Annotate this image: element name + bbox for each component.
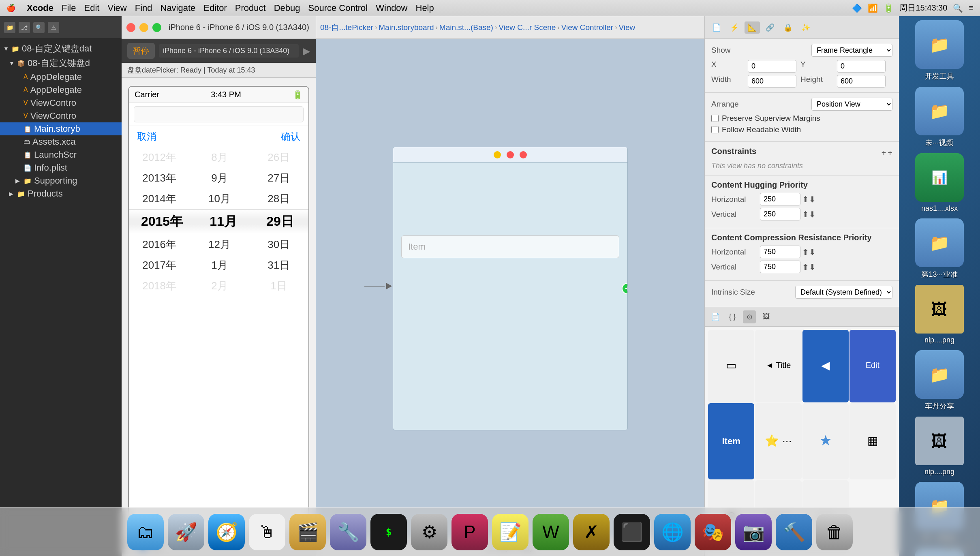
objlib-tab-objects[interactable]: ⊙ bbox=[743, 310, 756, 323]
y-input[interactable] bbox=[837, 60, 886, 73]
date-picker[interactable]: 2012年 8月 26日 2013年 9月 27日 2014年 10月 28日 bbox=[129, 147, 308, 531]
dock-item-p[interactable]: P bbox=[451, 514, 488, 550]
tree-item-appdelegate1[interactable]: A AppDelegate bbox=[0, 71, 122, 83]
inspector-tab-file[interactable]: 📄 bbox=[709, 21, 724, 34]
dock-item-settings[interactable]: ⚙ bbox=[411, 514, 447, 550]
menu-view[interactable]: View bbox=[107, 3, 126, 13]
desktop-icon-devtools[interactable]: 📁 开发工具 bbox=[902, 20, 977, 81]
objlib-navbar[interactable]: ▭ bbox=[708, 330, 754, 402]
compression-v-stepper[interactable]: ⬆⬇ bbox=[802, 262, 816, 272]
objlib-edit[interactable]: Edit bbox=[849, 330, 896, 402]
x-input[interactable] bbox=[748, 60, 796, 73]
storyboard-content[interactable]: Item + bbox=[316, 39, 704, 538]
breadcrumb-1[interactable]: 08-自...tePicker bbox=[320, 22, 373, 33]
menu-navigate[interactable]: Navigate bbox=[160, 3, 196, 13]
width-input[interactable] bbox=[748, 75, 796, 88]
dock-item-finder[interactable]: 🗂 bbox=[127, 514, 164, 550]
objlib-list[interactable]: ▦ bbox=[849, 403, 896, 479]
search-sidebar-icon[interactable]: 🔍 bbox=[33, 22, 45, 33]
menu-help[interactable]: Help bbox=[416, 3, 434, 13]
tree-item-products[interactable]: ▶ 📁 Products bbox=[0, 187, 122, 200]
view-controller-box[interactable]: Item + bbox=[393, 147, 628, 430]
menu-xcode[interactable]: Xcode bbox=[27, 3, 53, 13]
breadcrumb-3[interactable]: Main.st...(Base) bbox=[439, 23, 493, 32]
git-icon[interactable]: ⎇ bbox=[19, 22, 30, 33]
intrinsic-select[interactable]: Default (System Defined) bbox=[795, 286, 892, 299]
breadcrumb-5[interactable]: View Controller bbox=[561, 23, 613, 32]
tree-item-supporting[interactable]: ▶ 📁 Supporting bbox=[0, 174, 122, 187]
tree-item-viewcontroller1[interactable]: V ViewContro bbox=[0, 96, 122, 109]
dock-item-rec[interactable]: ⬛ bbox=[614, 514, 650, 550]
objlib-star-dots[interactable]: ⭐ ··· bbox=[755, 403, 801, 479]
warning-icon[interactable]: ⚠ bbox=[48, 22, 59, 33]
play-icon[interactable]: ▶ bbox=[303, 45, 310, 57]
dock-item-gallery[interactable]: 🎬 bbox=[289, 514, 326, 550]
show-select[interactable]: Frame Rectangle bbox=[811, 44, 892, 57]
compression-v-input[interactable] bbox=[760, 261, 800, 273]
objlib-tab-view[interactable]: 📄 bbox=[709, 310, 722, 323]
apple-menu[interactable]: 🍎 bbox=[6, 4, 15, 13]
tree-item-root[interactable]: ▼ 📁 08-自定义键盘dat bbox=[0, 41, 122, 56]
menu-debug[interactable]: Debug bbox=[274, 3, 300, 13]
hugging-h-stepper[interactable]: ⬆⬇ bbox=[802, 195, 816, 204]
inspector-tab-effects[interactable]: ✨ bbox=[798, 21, 813, 34]
breadcrumb-2[interactable]: Main.storyboard bbox=[379, 23, 434, 32]
close-btn[interactable] bbox=[126, 23, 135, 32]
tree-item-project[interactable]: ▼ 📦 08-自定义键盘d bbox=[0, 56, 122, 71]
dock-item-app7[interactable]: 🎭 bbox=[695, 514, 731, 550]
dock-item-app6[interactable]: 🌐 bbox=[654, 514, 691, 550]
menu-file[interactable]: File bbox=[62, 3, 76, 13]
minimize-btn[interactable] bbox=[139, 23, 148, 32]
control-icon[interactable]: ≡ bbox=[969, 3, 974, 13]
maximize-btn[interactable] bbox=[152, 23, 161, 32]
dock-item-xcode[interactable]: 🔨 bbox=[776, 514, 812, 550]
follow-readable-check[interactable] bbox=[711, 126, 719, 133]
folder-icon[interactable]: 📁 bbox=[4, 22, 15, 33]
menu-editor[interactable]: Editor bbox=[203, 3, 227, 13]
desktop-icon-share[interactable]: 📁 车丹分享 bbox=[902, 350, 977, 411]
objlib-star[interactable]: ★ bbox=[802, 403, 849, 479]
search-icon[interactable]: 🔍 bbox=[953, 3, 963, 13]
dock-item-tools[interactable]: 🔧 bbox=[330, 514, 366, 550]
desktop-icon-png1[interactable]: 🖼 nip....png bbox=[902, 285, 977, 344]
tree-item-viewcontroller2[interactable]: V ViewContro bbox=[0, 109, 122, 122]
dock-item-terminal[interactable]: $ bbox=[370, 514, 407, 550]
cancel-button[interactable]: 取消 bbox=[137, 130, 156, 143]
dock-item-x[interactable]: ✗ bbox=[573, 514, 610, 550]
height-input[interactable] bbox=[837, 75, 886, 88]
confirm-button[interactable]: 确认 bbox=[281, 130, 300, 143]
dock-item-app8[interactable]: 📷 bbox=[735, 514, 772, 550]
desktop-icon-folder13[interactable]: 📁 第13···业准 bbox=[902, 218, 977, 279]
desktop-icon-video[interactable]: 📁 未···视频 bbox=[902, 87, 977, 148]
tree-item-infoplist[interactable]: 📄 Info.plist bbox=[0, 161, 122, 174]
dock-item-safari[interactable]: 🧭 bbox=[208, 514, 245, 550]
arrange-select[interactable]: Position View bbox=[811, 98, 892, 111]
menu-find[interactable]: Find bbox=[135, 3, 152, 13]
dock-item-w[interactable]: W bbox=[533, 514, 569, 550]
breadcrumb-4[interactable]: View C...r Scene bbox=[499, 23, 556, 32]
stop-button[interactable]: 暂停 bbox=[127, 43, 155, 59]
objlib-tab-code[interactable]: { } bbox=[726, 310, 739, 323]
inspector-tab-size[interactable]: 📐 bbox=[745, 21, 760, 34]
tree-item-launchscreen[interactable]: 📋 LaunchScr bbox=[0, 148, 122, 161]
menu-source-control[interactable]: Source Control bbox=[308, 3, 368, 13]
compression-h-input[interactable] bbox=[760, 246, 800, 258]
desktop-icon-xlsx1[interactable]: 📊 nas1....xlsx bbox=[902, 153, 977, 213]
objlib-item[interactable]: Item bbox=[708, 403, 754, 479]
breadcrumb-6[interactable]: View bbox=[619, 23, 636, 32]
dock-item-launchpad[interactable]: 🚀 bbox=[168, 514, 204, 550]
compression-h-stepper[interactable]: ⬆⬇ bbox=[802, 247, 816, 257]
objlib-back[interactable]: ◀ bbox=[802, 330, 849, 402]
iphone-search-field[interactable] bbox=[134, 106, 304, 122]
hugging-v-stepper[interactable]: ⬆⬇ bbox=[802, 210, 816, 219]
objlib-tab-media[interactable]: 🖼 bbox=[760, 310, 773, 323]
menu-edit[interactable]: Edit bbox=[84, 3, 99, 13]
tree-item-mainstoryboard[interactable]: 📋 Main.storyb bbox=[0, 122, 122, 135]
inspector-tab-binding[interactable]: 🔒 bbox=[780, 21, 796, 34]
dock-item-notes[interactable]: 📝 bbox=[492, 514, 529, 550]
tree-item-assets[interactable]: 🗃 Assets.xca bbox=[0, 135, 122, 148]
menu-product[interactable]: Product bbox=[235, 3, 266, 13]
inspector-tab-quick[interactable]: ⚡ bbox=[727, 21, 742, 34]
objlib-title[interactable]: ◄ Title bbox=[755, 330, 801, 402]
hugging-v-input[interactable] bbox=[760, 208, 800, 220]
